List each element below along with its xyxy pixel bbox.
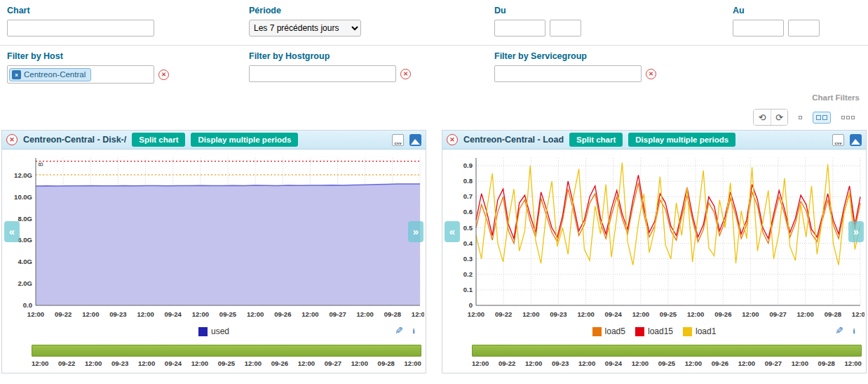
svg-text:0.9: 0.9 — [463, 161, 473, 169]
image-export-icon[interactable] — [850, 134, 862, 146]
panel-disk-close-icon[interactable]: ✕ — [6, 134, 18, 145]
chart-pan-left-button[interactable]: « — [445, 221, 460, 242]
svg-text:09-26: 09-26 — [714, 310, 731, 318]
auto-refresh-icon[interactable]: ⟲ — [754, 110, 771, 125]
legend-swatch — [592, 327, 602, 336]
chart-disk-timeline: 12:0009-2212:0009-2312:0009-2412:0009-25… — [32, 345, 421, 367]
from-date-input[interactable] — [494, 20, 545, 37]
csv-export-icon[interactable]: csv — [832, 134, 844, 146]
svg-text:12:00: 12:00 — [797, 310, 814, 318]
timeline-tick-label: 12:00 — [191, 359, 208, 367]
refresh-icon[interactable]: ⟳ — [771, 110, 787, 125]
chart-pan-left-button[interactable]: « — [4, 221, 20, 242]
csv-export-icon[interactable]: csv — [392, 134, 404, 146]
chart-pan-right-button[interactable]: » — [848, 221, 864, 242]
period-select[interactable]: Les 7 précédents jours — [249, 20, 361, 37]
from-label: Du — [494, 6, 733, 15]
svg-text:09-25: 09-25 — [660, 310, 677, 318]
host-filter-input[interactable]: x Centreon-Central — [7, 65, 154, 84]
servicegroup-filter-input[interactable] — [494, 65, 642, 82]
panel-load: ✕ Centreon-Central - Load Split chart Di… — [442, 130, 867, 373]
svg-text:12:00: 12:00 — [301, 310, 318, 318]
svg-text:12:00: 12:00 — [852, 310, 864, 318]
timeline-range-selector[interactable] — [472, 345, 862, 357]
timeline-tick-label: 12:00 — [138, 359, 155, 367]
load-chart[interactable]: 00.10.20.30.40.50.60.70.80.912:0009-2212… — [444, 152, 864, 321]
hostgroup-filter-input[interactable] — [249, 65, 396, 82]
host-filter-clear-icon[interactable]: ✕ — [158, 69, 169, 80]
chart-filter-input[interactable] — [7, 20, 154, 37]
svg-text:09-28: 09-28 — [384, 310, 401, 318]
legend-label: load5 — [605, 326, 625, 336]
timeline-tick-label: 12:00 — [472, 359, 489, 367]
svg-text:0.2: 0.2 — [463, 270, 473, 278]
chart-filters-section-label: Chart Filters — [0, 86, 868, 103]
disk-usage-chart[interactable]: 0.02.0G4.0G6.0G8.0G10.0G12.0G12:0009-221… — [4, 152, 424, 321]
panel-disk-header: ✕ Centreon-Central - Disk-/ Split chart … — [2, 131, 426, 150]
svg-text:12:00: 12:00 — [27, 310, 44, 318]
timeline-tick-label: 12:00 — [405, 359, 421, 367]
display-multiple-periods-button[interactable]: Display multiple periods — [628, 133, 735, 147]
svg-text:B: B — [37, 162, 44, 166]
edit-icon[interactable]: ✎ — [835, 325, 843, 336]
timeline-tick-label: 09-28 — [378, 359, 395, 367]
svg-text:09-24: 09-24 — [605, 310, 623, 318]
filter-by-hostgroup-label: Filter by Hostgroup — [249, 51, 494, 61]
layout-single-column-icon[interactable] — [795, 112, 806, 123]
legend-swatch — [683, 327, 692, 336]
legend-item-used[interactable]: used — [198, 326, 229, 336]
legend-item-load15[interactable]: load15 — [635, 326, 673, 336]
svg-text:12:00: 12:00 — [247, 310, 264, 318]
panel-load-title: Centreon-Central - Load — [463, 135, 564, 145]
svg-text:09-22: 09-22 — [495, 310, 512, 318]
image-export-icon[interactable] — [409, 134, 421, 146]
timeline-tick-label: 09-26 — [712, 359, 728, 367]
timeline-tick-label: 12:00 — [525, 359, 542, 367]
servicegroup-filter-clear-icon[interactable]: ✕ — [646, 69, 656, 79]
refresh-group: ⟲ ⟳ — [753, 109, 788, 126]
timeline-tick-label: 12:00 — [85, 359, 102, 367]
svg-text:09-23: 09-23 — [109, 310, 126, 318]
to-date-input[interactable] — [733, 20, 784, 37]
chart-panels: ✕ Centreon-Central - Disk-/ Split chart … — [0, 130, 868, 373]
svg-text:12:00: 12:00 — [192, 310, 209, 318]
period-label: Période — [249, 6, 494, 15]
chart-load-legend: load5load15load1 ✎ i — [442, 322, 866, 340]
layout-three-columns-icon[interactable] — [838, 112, 858, 123]
split-chart-button[interactable]: Split chart — [132, 133, 185, 147]
timeline-tick-label: 09-23 — [111, 359, 128, 367]
svg-text:12:00: 12:00 — [577, 310, 594, 318]
timeline-range-selector[interactable] — [32, 345, 421, 357]
svg-text:12:00: 12:00 — [412, 310, 424, 318]
legend-label: used — [211, 326, 229, 336]
hostgroup-filter-clear-icon[interactable]: ✕ — [400, 69, 411, 79]
svg-text:10.0G: 10.0G — [14, 193, 32, 201]
chart-pan-right-button[interactable]: » — [408, 221, 423, 242]
timeline-tick-label: 12:00 — [578, 359, 595, 367]
legend-item-load1[interactable]: load1 — [683, 326, 716, 336]
edit-icon[interactable]: ✎ — [395, 325, 403, 336]
svg-text:0.1: 0.1 — [463, 286, 473, 293]
panel-load-close-icon[interactable]: ✕ — [447, 134, 458, 145]
split-chart-button[interactable]: Split chart — [569, 133, 623, 147]
host-tag-remove-icon[interactable]: x — [12, 70, 21, 79]
timeline-tick-label: 12:00 — [632, 359, 649, 367]
legend-label: load15 — [648, 326, 673, 336]
info-icon[interactable]: i — [409, 326, 419, 336]
display-multiple-periods-button[interactable]: Display multiple periods — [191, 133, 298, 147]
legend-items: load5load15load1 — [592, 326, 717, 336]
svg-text:09-27: 09-27 — [329, 310, 346, 318]
svg-text:09-24: 09-24 — [165, 310, 182, 318]
timeline-tick-label: 09-27 — [325, 359, 341, 367]
to-time-input[interactable] — [788, 20, 820, 37]
legend-items: used — [198, 326, 229, 336]
svg-text:09-25: 09-25 — [219, 310, 237, 318]
svg-text:12:00: 12:00 — [742, 310, 759, 318]
svg-text:0.4: 0.4 — [463, 239, 473, 247]
layout-two-columns-icon[interactable] — [813, 112, 831, 124]
svg-text:8.0G: 8.0G — [18, 215, 32, 223]
svg-text:2.0G: 2.0G — [18, 279, 32, 287]
info-icon[interactable]: i — [849, 326, 859, 336]
legend-item-load5[interactable]: load5 — [592, 326, 625, 336]
from-time-input[interactable] — [550, 20, 581, 37]
